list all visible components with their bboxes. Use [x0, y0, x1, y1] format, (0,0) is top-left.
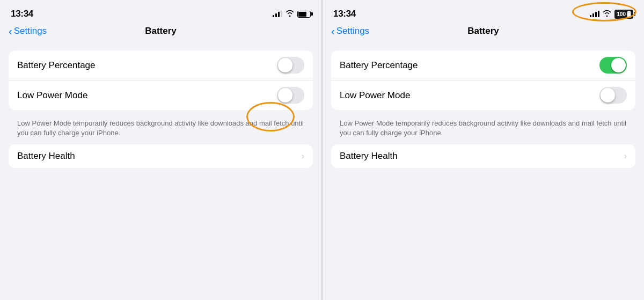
low-power-label-left: Low Power Mode [17, 90, 87, 101]
nav-bar-left: ‹ Settings Battery [0, 24, 321, 42]
toggle-knob-bp-right [611, 58, 626, 72]
battery-percentage-row-left: Battery Percentage [9, 50, 313, 80]
wifi-icon-right [603, 10, 611, 18]
back-button-right[interactable]: ‹ Settings [331, 26, 369, 36]
back-chevron-left: ‹ [9, 26, 12, 36]
battery-percentage-label-left: Battery Percentage [17, 60, 96, 71]
back-label-right: Settings [336, 26, 369, 36]
back-label-left: Settings [14, 26, 47, 36]
chevron-right-right: › [624, 151, 627, 161]
toggle-knob-lp-left [278, 88, 292, 103]
battery-percent-value: 100 [617, 11, 626, 17]
wifi-icon-left [286, 10, 294, 18]
low-power-toggle-left[interactable] [277, 87, 304, 104]
battery-percentage-label-right: Battery Percentage [340, 60, 418, 71]
back-button-left[interactable]: ‹ Settings [9, 26, 47, 36]
battery-health-row-left[interactable]: Battery Health › [9, 144, 313, 168]
main-settings-card-left: Battery Percentage Low Power Mode [9, 50, 313, 110]
time-left: 13:34 [11, 9, 33, 19]
battery-health-card-right: Battery Health › [331, 144, 635, 168]
low-power-row-left: Low Power Mode [9, 80, 313, 110]
page-title-right: Battery [467, 26, 499, 36]
signal-icon-right [590, 11, 599, 17]
content-right: Battery Percentage Low Power Mode Low Po… [323, 42, 644, 300]
chevron-right-left: › [302, 151, 304, 161]
battery-percentage-toggle-right[interactable] [599, 57, 627, 74]
battery-health-label-left: Battery Health [17, 151, 75, 162]
low-power-description-left: Low Power Mode temporarily reduces backg… [9, 114, 313, 144]
battery-health-row-right[interactable]: Battery Health › [331, 144, 635, 168]
status-bar-left: 13:34 [0, 0, 321, 24]
page-title-left: Battery [145, 26, 177, 36]
battery-health-label-right: Battery Health [340, 151, 398, 162]
status-icons-right: 100 [590, 10, 633, 19]
battery-percent-icon-right: 100 [614, 10, 633, 19]
battery-health-card-left: Battery Health › [9, 144, 313, 168]
content-left: Battery Percentage Low Power Mode Low Po… [0, 42, 321, 300]
toggle-knob [278, 58, 292, 72]
low-power-description-right: Low Power Mode temporarily reduces backg… [331, 114, 635, 144]
battery-icon-left [297, 11, 311, 18]
time-right: 13:34 [333, 9, 356, 19]
low-power-row-right: Low Power Mode [331, 80, 635, 110]
status-bar-right: 13:34 100 [323, 0, 644, 24]
back-chevron-right: ‹ [331, 26, 335, 36]
status-icons-left [273, 10, 311, 18]
battery-percentage-toggle-left[interactable] [277, 57, 304, 74]
toggle-knob-lp-right [601, 88, 615, 103]
main-settings-card-right: Battery Percentage Low Power Mode [331, 50, 635, 110]
low-power-toggle-right[interactable] [599, 87, 627, 104]
signal-icon-left [273, 11, 282, 17]
battery-percentage-row-right: Battery Percentage [331, 50, 635, 80]
nav-bar-right: ‹ Settings Battery [323, 24, 644, 42]
low-power-label-right: Low Power Mode [340, 90, 410, 101]
svg-rect-2 [627, 12, 631, 17]
